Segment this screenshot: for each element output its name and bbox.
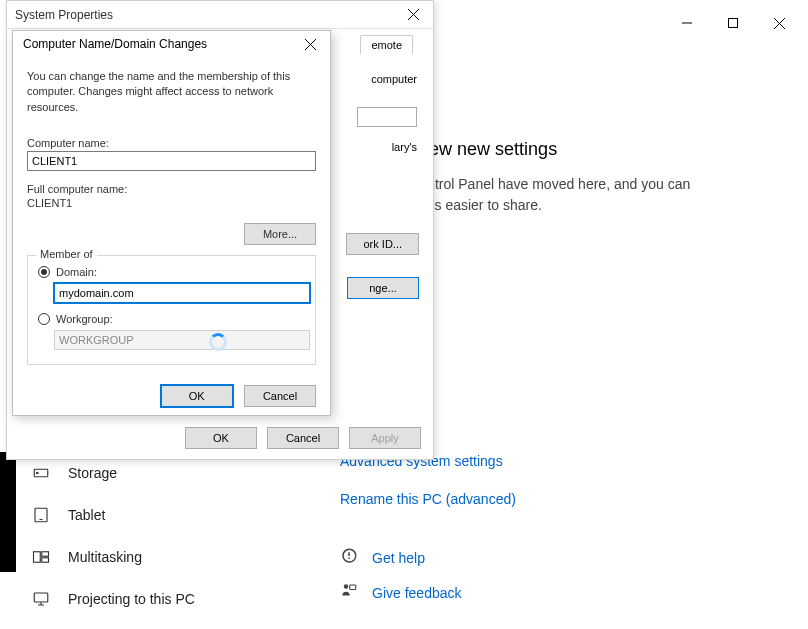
domain-radio-label: Domain: — [56, 266, 97, 278]
nav-storage-label: Storage — [68, 465, 117, 481]
workgroup-radio[interactable] — [38, 313, 50, 325]
computer-name-input[interactable] — [27, 151, 316, 171]
domdlg-titlebar: Computer Name/Domain Changes — [13, 31, 330, 57]
link-rename-pc[interactable]: Rename this PC (advanced) — [340, 491, 798, 507]
domdlg-cancel-button[interactable]: Cancel — [244, 385, 316, 407]
tablet-icon — [32, 506, 50, 524]
feedback-link[interactable]: Give feedback — [372, 585, 462, 601]
nav-tablet[interactable]: Tablet — [24, 494, 324, 536]
svg-rect-11 — [42, 552, 49, 557]
nav-tablet-label: Tablet — [68, 507, 105, 523]
sysprop-apply-button: Apply — [349, 427, 421, 449]
domdlg-button-row: OK Cancel — [13, 375, 330, 419]
domdlg-body: You can change the name and the membersh… — [13, 57, 330, 375]
settings-nav: Storage Tablet Multitasking Projecting t… — [24, 452, 324, 620]
sysprop-title: System Properties — [15, 8, 113, 22]
sysprop-cancel-button[interactable]: Cancel — [267, 427, 339, 449]
workgroup-input — [54, 330, 310, 350]
sysprop-marys-text: lary's — [392, 141, 417, 153]
domdlg-desc: You can change the name and the membersh… — [27, 69, 316, 115]
sysprop-close-button[interactable] — [399, 4, 427, 26]
storage-icon — [32, 464, 50, 482]
domain-input[interactable] — [54, 283, 310, 303]
get-help-link[interactable]: Get help — [372, 550, 425, 566]
domain-radio[interactable] — [38, 266, 50, 278]
workgroup-radio-row[interactable]: Workgroup: — [38, 313, 305, 325]
maximize-button[interactable] — [710, 8, 756, 38]
domain-radio-row[interactable]: Domain: — [38, 266, 305, 278]
nav-projecting[interactable]: Projecting to this PC — [24, 578, 324, 620]
full-computer-name-value: CLIENT1 — [27, 197, 316, 209]
svg-point-7 — [37, 472, 39, 474]
feedback-icon — [340, 582, 358, 603]
nav-multitasking-label: Multitasking — [68, 549, 142, 565]
svg-rect-13 — [34, 593, 48, 602]
background-terminal-strip — [0, 452, 16, 572]
sysprop-tab-remote[interactable]: emote — [360, 35, 413, 54]
domdlg-close-button[interactable] — [296, 33, 324, 55]
sysprop-button-row: OK Cancel Apply — [185, 427, 421, 449]
close-button[interactable] — [756, 8, 802, 38]
computer-name-label: Computer name: — [27, 137, 316, 149]
sysprop-titlebar: System Properties — [7, 1, 433, 29]
nav-multitasking[interactable]: Multitasking — [24, 536, 324, 578]
more-button[interactable]: More... — [244, 223, 316, 245]
svg-rect-5 — [350, 585, 356, 590]
help-icon — [340, 547, 358, 568]
nav-projecting-label: Projecting to this PC — [68, 591, 195, 607]
feedback-row[interactable]: Give feedback — [340, 582, 798, 603]
member-of-legend: Member of — [36, 248, 97, 260]
sysprop-change-button[interactable]: nge... — [347, 277, 419, 299]
svg-rect-1 — [729, 19, 738, 28]
svg-point-4 — [344, 584, 349, 589]
svg-rect-12 — [42, 558, 49, 563]
sysprop-ok-button[interactable]: OK — [185, 427, 257, 449]
domdlg-ok-button[interactable]: OK — [161, 385, 233, 407]
busy-spinner-icon — [209, 333, 227, 351]
projecting-icon — [32, 590, 50, 608]
more-button-row: More... — [27, 223, 316, 245]
domain-changes-dialog: Computer Name/Domain Changes You can cha… — [12, 30, 331, 416]
get-help-row[interactable]: Get help — [340, 547, 798, 568]
member-of-group: Member of Domain: Workgroup: — [27, 255, 316, 365]
domdlg-title: Computer Name/Domain Changes — [23, 37, 207, 51]
svg-rect-10 — [34, 552, 41, 563]
settings-titlebar — [664, 8, 802, 38]
sysprop-computer-text: computer — [371, 73, 417, 85]
sysprop-network-id-button[interactable]: ork ID... — [346, 233, 419, 255]
sysprop-desc-input[interactable] — [357, 107, 417, 127]
minimize-button[interactable] — [664, 8, 710, 38]
workgroup-radio-label: Workgroup: — [56, 313, 113, 325]
multitasking-icon — [32, 548, 50, 566]
full-computer-name-label: Full computer name: — [27, 183, 316, 195]
